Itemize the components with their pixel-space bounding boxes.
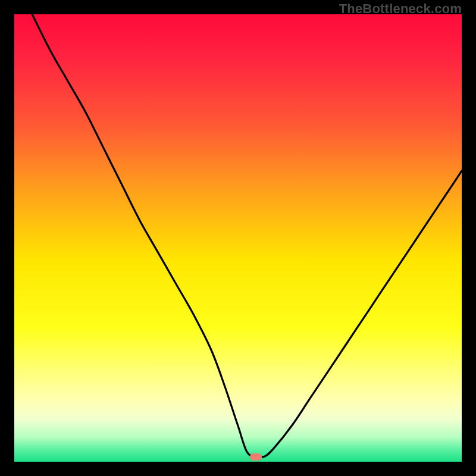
plot-area bbox=[14, 14, 462, 462]
bottleneck-curve bbox=[32, 14, 462, 457]
bottleneck-marker bbox=[250, 453, 262, 461]
chart-frame: TheBottleneck.com bbox=[0, 0, 476, 476]
curve-layer bbox=[14, 14, 462, 462]
